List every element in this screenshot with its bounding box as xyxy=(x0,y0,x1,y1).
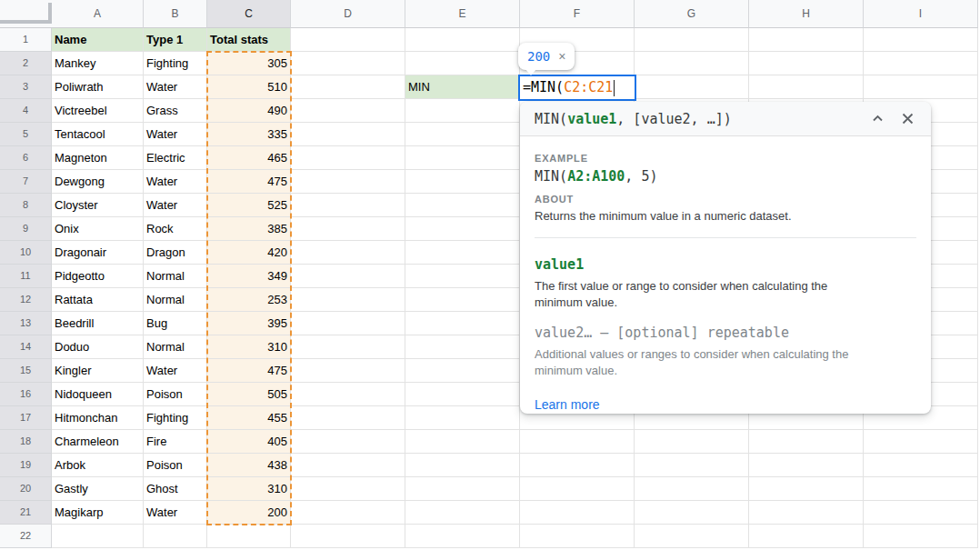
cell-D14[interactable] xyxy=(291,335,405,359)
cell-D8[interactable] xyxy=(291,194,405,217)
column-header-I[interactable]: I xyxy=(864,0,978,28)
column-header-A[interactable]: A xyxy=(52,0,144,28)
cell-F19[interactable] xyxy=(520,454,635,477)
cell-A1[interactable]: Name xyxy=(52,28,144,52)
cell-C20[interactable]: 310 xyxy=(207,477,291,501)
cell-E22[interactable] xyxy=(405,525,520,548)
cell-H22[interactable] xyxy=(749,525,864,548)
cell-A18[interactable]: Charmeleon xyxy=(52,430,144,454)
cell-D16[interactable] xyxy=(291,383,405,406)
cell-I21[interactable] xyxy=(864,501,978,525)
row-header-17[interactable]: 17 xyxy=(0,406,52,430)
column-header-C[interactable]: C xyxy=(207,0,291,28)
cell-D22[interactable] xyxy=(291,525,405,548)
row-header-1[interactable]: 1 xyxy=(0,28,52,52)
formula-cell-editor[interactable]: =MIN(C2:C21 xyxy=(518,75,636,101)
cell-A3[interactable]: Poliwrath xyxy=(52,75,144,99)
cell-C1[interactable]: Total stats xyxy=(207,28,291,52)
select-all-corner[interactable] xyxy=(0,0,52,28)
cell-B12[interactable]: Normal xyxy=(144,288,207,312)
cell-B17[interactable]: Fighting xyxy=(144,406,207,430)
cell-C11[interactable]: 349 xyxy=(207,265,291,288)
cell-E18[interactable] xyxy=(405,430,520,454)
cell-D2[interactable] xyxy=(291,52,405,75)
cell-E17[interactable] xyxy=(405,406,520,430)
row-header-16[interactable]: 16 xyxy=(0,383,52,406)
cell-A17[interactable]: Hitmonchan xyxy=(52,406,144,430)
cell-B3[interactable]: Water xyxy=(144,75,207,99)
cell-A2[interactable]: Mankey xyxy=(52,52,144,75)
cell-C5[interactable]: 335 xyxy=(207,123,291,146)
cell-I19[interactable] xyxy=(864,454,978,477)
cell-D17[interactable] xyxy=(291,406,405,430)
cell-G1[interactable] xyxy=(635,28,749,52)
cell-C15[interactable]: 475 xyxy=(207,359,291,383)
row-header-14[interactable]: 14 xyxy=(0,335,52,359)
cell-E16[interactable] xyxy=(405,383,520,406)
cell-B22[interactable] xyxy=(144,525,207,548)
cell-D21[interactable] xyxy=(291,501,405,525)
cell-A6[interactable]: Magneton xyxy=(52,146,144,170)
row-header-10[interactable]: 10 xyxy=(0,241,52,265)
cell-C6[interactable]: 465 xyxy=(207,146,291,170)
cell-E3[interactable]: MIN xyxy=(405,75,520,99)
cell-F20[interactable] xyxy=(520,477,635,501)
cell-I1[interactable] xyxy=(864,28,978,52)
row-header-22[interactable]: 22 xyxy=(0,525,52,548)
cell-A8[interactable]: Cloyster xyxy=(52,194,144,217)
cell-I20[interactable] xyxy=(864,477,978,501)
cell-I3[interactable] xyxy=(864,75,978,99)
row-header-20[interactable]: 20 xyxy=(0,477,52,501)
cell-B7[interactable]: Water xyxy=(144,170,207,194)
cell-H18[interactable] xyxy=(749,430,864,454)
cell-A10[interactable]: Dragonair xyxy=(52,241,144,265)
row-header-3[interactable]: 3 xyxy=(0,75,52,99)
cell-D7[interactable] xyxy=(291,170,405,194)
cell-G3[interactable] xyxy=(635,75,749,99)
learn-more-link[interactable]: Learn more xyxy=(535,397,600,412)
cell-E20[interactable] xyxy=(405,477,520,501)
cell-B10[interactable]: Dragon xyxy=(144,241,207,265)
column-header-E[interactable]: E xyxy=(405,0,520,28)
cell-A12[interactable]: Rattata xyxy=(52,288,144,312)
cell-D9[interactable] xyxy=(291,217,405,241)
cell-A13[interactable]: Beedrill xyxy=(52,312,144,335)
cell-E5[interactable] xyxy=(405,123,520,146)
cell-C3[interactable]: 510 xyxy=(207,75,291,99)
cell-B8[interactable]: Water xyxy=(144,194,207,217)
cell-B1[interactable]: Type 1 xyxy=(144,28,207,52)
cell-E15[interactable] xyxy=(405,359,520,383)
cell-A22[interactable] xyxy=(52,525,144,548)
row-header-6[interactable]: 6 xyxy=(0,146,52,170)
cell-D15[interactable] xyxy=(291,359,405,383)
cell-B13[interactable]: Bug xyxy=(144,312,207,335)
cell-H20[interactable] xyxy=(749,477,864,501)
cell-E6[interactable] xyxy=(405,146,520,170)
chip-close-icon[interactable]: × xyxy=(558,50,565,63)
cell-D12[interactable] xyxy=(291,288,405,312)
cell-C22[interactable] xyxy=(207,525,291,548)
cell-A20[interactable]: Gastly xyxy=(52,477,144,501)
cell-C13[interactable]: 395 xyxy=(207,312,291,335)
cell-D6[interactable] xyxy=(291,146,405,170)
cell-B2[interactable]: Fighting xyxy=(144,52,207,75)
row-header-11[interactable]: 11 xyxy=(0,265,52,288)
cell-C21[interactable]: 200 xyxy=(207,501,291,525)
cell-E19[interactable] xyxy=(405,454,520,477)
cell-C9[interactable]: 385 xyxy=(207,217,291,241)
cell-C7[interactable]: 475 xyxy=(207,170,291,194)
cell-D18[interactable] xyxy=(291,430,405,454)
cell-B9[interactable]: Rock xyxy=(144,217,207,241)
cell-H3[interactable] xyxy=(749,75,864,99)
cell-E11[interactable] xyxy=(405,265,520,288)
cell-D1[interactable] xyxy=(291,28,405,52)
cell-D3[interactable] xyxy=(291,75,405,99)
cell-C2[interactable]: 305 xyxy=(207,52,291,75)
cell-C17[interactable]: 455 xyxy=(207,406,291,430)
cell-E2[interactable] xyxy=(405,52,520,75)
close-icon[interactable] xyxy=(901,112,915,125)
cell-D19[interactable] xyxy=(291,454,405,477)
cell-G21[interactable] xyxy=(635,501,749,525)
cell-B11[interactable]: Normal xyxy=(144,265,207,288)
cell-F18[interactable] xyxy=(520,430,635,454)
